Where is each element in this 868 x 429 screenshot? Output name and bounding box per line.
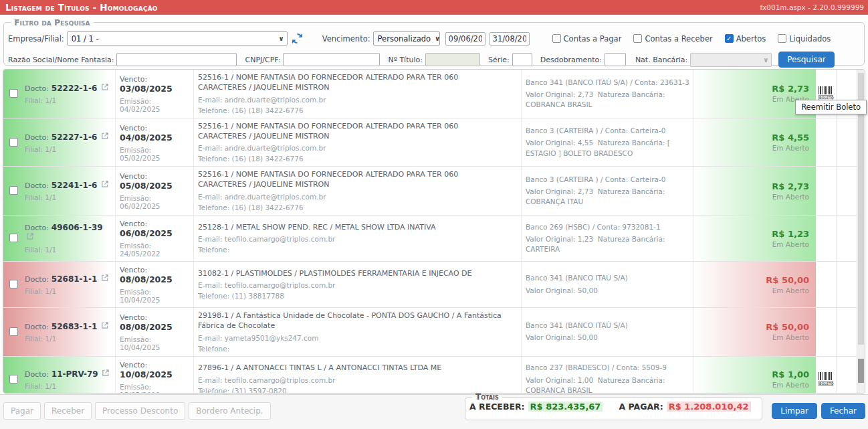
boleto-cell: BOLETO	[816, 357, 836, 394]
bank-cell: Banco 341 (BANCO ITAÚ S/A) / Conta: 2363…	[521, 70, 693, 118]
external-link-icon[interactable]	[102, 369, 109, 378]
valor-original-value: 50,00	[578, 286, 598, 294]
external-link-icon[interactable]	[27, 232, 33, 242]
table-row: Docto: 52681-1-1 Filial: 1/1 Vencto: 08/…	[3, 262, 857, 308]
date-from-input[interactable]	[445, 32, 485, 46]
checkbox-label: Abertos	[736, 34, 766, 44]
vencto-label: Vencto:	[120, 124, 147, 133]
vencimento-cell: Vencto: 04/08/2025 Emissão: 05/02/2025	[115, 118, 193, 167]
row-checkbox[interactable]	[9, 234, 18, 242]
emissao-label: Emissão:	[120, 335, 151, 343]
description-cell: 27896-1 / A ANTONACCI TINTAS L / A ANTON…	[193, 357, 521, 394]
processo-desconto-button[interactable]: Processo Desconto	[95, 402, 185, 420]
email-label: E-mail:	[198, 96, 222, 104]
row-checkbox[interactable]	[9, 138, 18, 147]
a-pagar-value: R$ 1.208.010,42	[667, 402, 751, 412]
valor-original-label: Valor Original:	[526, 187, 575, 195]
refresh-icon[interactable]	[292, 33, 304, 45]
receber-button[interactable]: Receber	[44, 402, 92, 420]
checkbox-abertos[interactable]: Abertos	[725, 34, 766, 44]
checkbox-box[interactable]	[552, 34, 561, 43]
checkbox-contas-a-receber[interactable]: Contas a Receber	[633, 34, 712, 44]
barcode-bars	[819, 86, 833, 94]
external-link-icon[interactable]	[102, 132, 108, 141]
filial-label: Filial:	[25, 193, 43, 201]
vertical-scrollbar[interactable]	[857, 70, 865, 393]
external-link-icon[interactable]	[102, 274, 108, 283]
scrollbar-thumb[interactable]	[858, 359, 864, 383]
titles-table: Docto: 52222-1-6 Filial: 1/1 Vencto: 03/…	[3, 69, 865, 394]
valor-original-value: 4,55	[578, 139, 593, 147]
cnpj-input[interactable]	[283, 53, 380, 66]
row-checkbox[interactable]	[9, 327, 18, 336]
external-link-icon[interactable]	[102, 321, 108, 331]
checkbox-box[interactable]	[633, 34, 642, 43]
actions-spacer-cell	[836, 216, 857, 261]
external-link-icon[interactable]	[102, 83, 108, 92]
table-row: Docto: 52222-1-6 Filial: 1/1 Vencto: 03/…	[3, 70, 857, 118]
totais-panel: Totais A RECEBER: R$ 823.435,67 A PAGAR:…	[465, 392, 762, 420]
emissao-date: 10/04/2025	[120, 343, 160, 351]
chevron-down-icon: ∨	[759, 56, 768, 64]
checkbox-box[interactable]	[725, 34, 734, 43]
boleto-barcode-icon[interactable]: BOLETO	[819, 86, 833, 100]
external-link-icon[interactable]	[102, 180, 108, 189]
description-cell: 25128-1 / METAL SHOW PEND. REC / METAL S…	[193, 216, 521, 261]
telefone-value: (11) 38817788	[232, 292, 284, 300]
bank-account: Banco 341 (BANCO ITAÚ S/A)	[526, 321, 689, 331]
title-value: R$ 50,00	[698, 275, 809, 285]
desdobramento-input[interactable]	[605, 53, 626, 66]
entity-description: 52516-1 / NOME FANTASIA DO FORNECEDOR AL…	[198, 170, 509, 190]
checkbox-contas-a-pagar[interactable]: Contas a Pagar	[552, 34, 622, 44]
checkbox-liquidados[interactable]: Liquidados	[778, 34, 831, 44]
date-to-input[interactable]	[490, 32, 530, 46]
pagar-button[interactable]: Pagar	[3, 402, 41, 420]
docto-label: Docto:	[25, 181, 49, 190]
valor-original-label: Valor Original:	[526, 235, 575, 243]
page-title: Listagem de Títulos - Homologação	[5, 2, 158, 13]
boleto-barcode-icon[interactable]: BOLETO	[819, 372, 833, 386]
filial-label: Filial:	[25, 96, 43, 104]
vencimento-label: Vencimento:	[322, 34, 370, 44]
a-receber-label: A RECEBER:	[469, 402, 525, 412]
boleto-cell: BOLETO	[816, 308, 836, 356]
valor-original-label: Valor Original:	[526, 90, 575, 98]
title-value: R$ 2,73	[698, 84, 809, 94]
table-row: Docto: 49606-1-39 Filial: 1/1 Vencto: 06…	[3, 216, 857, 262]
email-value: teofilo.camargo@triplos.com.br	[225, 376, 336, 384]
checkbox-label: Liquidados	[789, 34, 831, 44]
checkbox-box[interactable]	[778, 34, 786, 43]
bank-cell: Banco 237 (BRADESCO) / Conta: 5509-9 Val…	[521, 357, 693, 394]
status-badge: Em Aberto	[698, 193, 809, 201]
vencimento-cell: Vencto: 03/08/2025 Emissão: 04/02/2025	[115, 70, 193, 118]
row-checkbox[interactable]	[9, 186, 18, 195]
limpar-button[interactable]: Limpar	[772, 403, 817, 419]
entity-description: 29198-1 / A Fantástica Unidade de Chocol…	[198, 311, 509, 331]
emissao-label: Emissão:	[120, 383, 151, 391]
filial-value: 1/1	[45, 145, 56, 153]
fechar-button[interactable]: Fechar	[821, 403, 865, 419]
status-badge: Em Aberto	[698, 95, 809, 103]
row-checkbox[interactable]	[9, 280, 18, 288]
filial-value: 1/1	[45, 193, 56, 201]
table-row: Docto: 11-PRV-79 Filial: 1/1 Vencto: 10/…	[3, 357, 857, 394]
emissao-date: 24/05/2022	[120, 250, 160, 258]
pesquisar-button[interactable]: Pesquisar	[778, 52, 835, 68]
razao-social-label: Razão Social/Nome Fantasia:	[8, 56, 114, 64]
bank-account: Banco 3 (CARTEIRA ) / Conta: Carteira-0	[526, 175, 689, 185]
serie-input[interactable]	[512, 53, 532, 66]
bordero-antecip-button[interactable]: Bordero Antecip.	[189, 402, 270, 420]
empresa-filial-label: Empresa/Filial:	[8, 34, 64, 44]
valor-original-value: 2,73	[578, 187, 593, 195]
email-label: E-mail:	[198, 235, 222, 243]
bank-account: Banco 3 (CARTEIRA ) / Conta: Carteira-0	[526, 126, 689, 136]
row-checkbox[interactable]	[9, 375, 18, 383]
vencimento-select[interactable]: Personalizado ∨	[373, 31, 440, 46]
telefone-label: Telefone:	[198, 387, 229, 394]
checkbox-label: Contas a Receber	[645, 34, 712, 44]
nat-bancaria-label: Nat. Bancária:	[635, 56, 687, 64]
docto-cell: Docto: 52681-1-1 Filial: 1/1	[3, 262, 115, 307]
empresa-filial-select[interactable]: 01 / 1 - ∨	[67, 31, 288, 46]
row-checkbox[interactable]	[9, 89, 18, 98]
razao-social-input[interactable]	[116, 53, 237, 66]
